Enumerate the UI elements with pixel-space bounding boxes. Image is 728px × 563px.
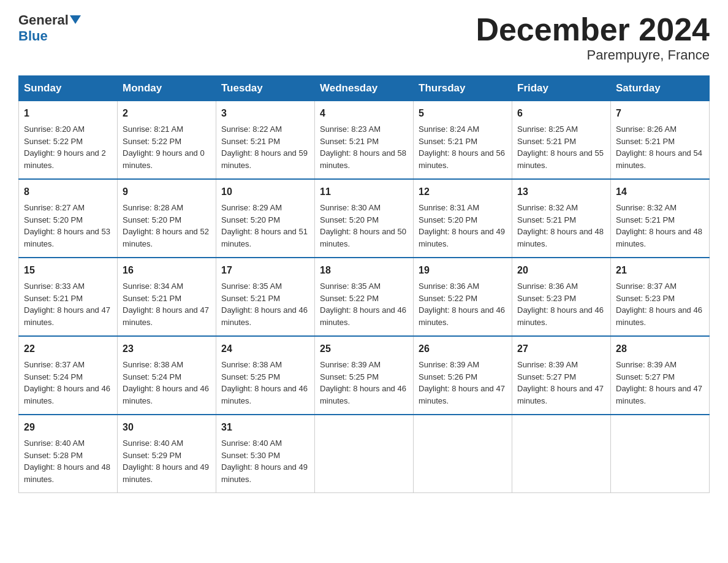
sunset-text: Sunset: 5:20 PM	[24, 215, 83, 224]
sunset-text: Sunset: 5:26 PM	[419, 372, 477, 381]
sunrise-text: Sunrise: 8:26 AM	[616, 124, 677, 134]
calendar-day-cell: 24Sunrise: 8:38 AMSunset: 5:25 PMDayligh…	[216, 336, 315, 415]
sunrise-text: Sunrise: 8:24 AM	[419, 124, 479, 134]
daylight-text: Daylight: 8 hours and 46 minutes.	[221, 305, 308, 327]
sunset-text: Sunset: 5:22 PM	[419, 294, 477, 303]
daylight-text: Daylight: 8 hours and 50 minutes.	[320, 227, 406, 248]
daylight-text: Daylight: 8 hours and 55 minutes.	[517, 148, 604, 170]
day-number: 24	[221, 342, 309, 356]
calendar-table: SundayMondayTuesdayWednesdayThursdayFrid…	[18, 75, 710, 493]
day-number: 30	[123, 420, 211, 435]
day-number: 15	[24, 263, 112, 278]
day-number: 21	[616, 263, 704, 278]
sunrise-text: Sunrise: 8:25 AM	[517, 124, 578, 134]
calendar-day-cell: 19Sunrise: 8:36 AMSunset: 5:22 PMDayligh…	[414, 258, 512, 336]
day-number: 1	[24, 106, 112, 121]
calendar-header-cell: Sunday	[19, 76, 118, 101]
calendar-day-cell: 31Sunrise: 8:40 AMSunset: 5:30 PMDayligh…	[216, 415, 315, 493]
logo: General Blue	[18, 12, 81, 44]
daylight-text: Daylight: 8 hours and 47 minutes.	[123, 305, 209, 327]
sunset-text: Sunset: 5:21 PM	[221, 137, 280, 146]
daylight-text: Daylight: 9 hours and 2 minutes.	[24, 148, 106, 170]
sunset-text: Sunset: 5:24 PM	[24, 372, 83, 381]
calendar-day-cell: 4Sunrise: 8:23 AMSunset: 5:21 PMDaylight…	[315, 101, 414, 180]
daylight-text: Daylight: 8 hours and 48 minutes.	[616, 227, 702, 248]
sunset-text: Sunset: 5:28 PM	[24, 451, 83, 460]
day-number: 3	[221, 106, 309, 121]
page-header: General Blue December 2024 Parempuyre, F…	[18, 12, 710, 63]
calendar-week-row: 22Sunrise: 8:37 AMSunset: 5:24 PMDayligh…	[19, 336, 710, 415]
day-number: 12	[419, 185, 507, 199]
calendar-header-cell: Tuesday	[216, 76, 315, 101]
calendar-day-cell	[414, 415, 512, 493]
sunrise-text: Sunrise: 8:36 AM	[419, 282, 479, 291]
sunrise-text: Sunrise: 8:39 AM	[517, 360, 578, 369]
sunrise-text: Sunrise: 8:22 AM	[221, 124, 282, 134]
daylight-text: Daylight: 8 hours and 52 minutes.	[123, 227, 209, 248]
calendar-day-cell: 26Sunrise: 8:39 AMSunset: 5:26 PMDayligh…	[414, 336, 512, 415]
daylight-text: Daylight: 8 hours and 49 minutes.	[123, 462, 209, 484]
calendar-body: 1Sunrise: 8:20 AMSunset: 5:22 PMDaylight…	[19, 101, 710, 493]
calendar-week-row: 29Sunrise: 8:40 AMSunset: 5:28 PMDayligh…	[19, 415, 710, 493]
sunrise-text: Sunrise: 8:31 AM	[419, 203, 479, 212]
day-number: 26	[419, 342, 507, 356]
daylight-text: Daylight: 8 hours and 49 minutes.	[221, 462, 308, 484]
calendar-day-cell: 16Sunrise: 8:34 AMSunset: 5:21 PMDayligh…	[118, 258, 216, 336]
calendar-header-cell: Monday	[118, 76, 216, 101]
calendar-day-cell: 20Sunrise: 8:36 AMSunset: 5:23 PMDayligh…	[512, 258, 611, 336]
sunset-text: Sunset: 5:21 PM	[517, 215, 576, 224]
calendar-day-cell: 21Sunrise: 8:37 AMSunset: 5:23 PMDayligh…	[611, 258, 710, 336]
daylight-text: Daylight: 8 hours and 51 minutes.	[221, 227, 308, 248]
calendar-header-cell: Friday	[512, 76, 611, 101]
calendar-day-cell: 10Sunrise: 8:29 AMSunset: 5:20 PMDayligh…	[216, 179, 315, 258]
sunset-text: Sunset: 5:21 PM	[616, 137, 675, 146]
day-number: 4	[320, 106, 408, 121]
sunset-text: Sunset: 5:22 PM	[24, 137, 83, 146]
sunset-text: Sunset: 5:30 PM	[221, 451, 280, 460]
sunset-text: Sunset: 5:23 PM	[616, 294, 675, 303]
calendar-day-cell: 6Sunrise: 8:25 AMSunset: 5:21 PMDaylight…	[512, 101, 611, 180]
daylight-text: Daylight: 8 hours and 46 minutes.	[123, 384, 209, 405]
day-number: 22	[24, 342, 112, 356]
sunset-text: Sunset: 5:22 PM	[320, 294, 379, 303]
sunrise-text: Sunrise: 8:20 AM	[24, 124, 85, 134]
sunset-text: Sunset: 5:23 PM	[517, 294, 576, 303]
page-subtitle: Parempuyre, France	[476, 47, 710, 63]
sunset-text: Sunset: 5:27 PM	[517, 372, 576, 381]
day-number: 6	[517, 106, 605, 121]
day-number: 13	[517, 185, 605, 199]
sunset-text: Sunset: 5:20 PM	[419, 215, 477, 224]
sunrise-text: Sunrise: 8:37 AM	[24, 360, 85, 369]
sunset-text: Sunset: 5:25 PM	[320, 372, 379, 381]
daylight-text: Daylight: 8 hours and 47 minutes.	[419, 384, 505, 405]
calendar-day-cell: 1Sunrise: 8:20 AMSunset: 5:22 PMDaylight…	[19, 101, 118, 180]
daylight-text: Daylight: 8 hours and 49 minutes.	[419, 227, 505, 248]
logo-text-blue: Blue	[18, 28, 48, 44]
day-number: 19	[419, 263, 507, 278]
svg-marker-0	[70, 15, 81, 24]
calendar-day-cell	[315, 415, 414, 493]
logo-arrow-icon	[70, 15, 81, 24]
daylight-text: Daylight: 8 hours and 46 minutes.	[419, 305, 505, 327]
sunset-text: Sunset: 5:27 PM	[616, 372, 675, 381]
sunset-text: Sunset: 5:24 PM	[123, 372, 181, 381]
day-number: 9	[123, 185, 211, 199]
sunset-text: Sunset: 5:21 PM	[24, 294, 83, 303]
day-number: 23	[123, 342, 211, 356]
calendar-day-cell: 27Sunrise: 8:39 AMSunset: 5:27 PMDayligh…	[512, 336, 611, 415]
calendar-day-cell: 28Sunrise: 8:39 AMSunset: 5:27 PMDayligh…	[611, 336, 710, 415]
sunrise-text: Sunrise: 8:39 AM	[419, 360, 479, 369]
calendar-day-cell: 18Sunrise: 8:35 AMSunset: 5:22 PMDayligh…	[315, 258, 414, 336]
daylight-text: Daylight: 8 hours and 56 minutes.	[419, 148, 505, 170]
calendar-header-cell: Thursday	[414, 76, 512, 101]
day-number: 29	[24, 420, 112, 435]
sunrise-text: Sunrise: 8:21 AM	[123, 124, 183, 134]
day-number: 10	[221, 185, 309, 199]
calendar-day-cell: 30Sunrise: 8:40 AMSunset: 5:29 PMDayligh…	[118, 415, 216, 493]
sunrise-text: Sunrise: 8:27 AM	[24, 203, 85, 212]
sunset-text: Sunset: 5:21 PM	[320, 137, 379, 146]
daylight-text: Daylight: 8 hours and 58 minutes.	[320, 148, 406, 170]
sunrise-text: Sunrise: 8:32 AM	[517, 203, 578, 212]
day-number: 8	[24, 185, 112, 199]
logo-text-general: General	[18, 12, 69, 28]
